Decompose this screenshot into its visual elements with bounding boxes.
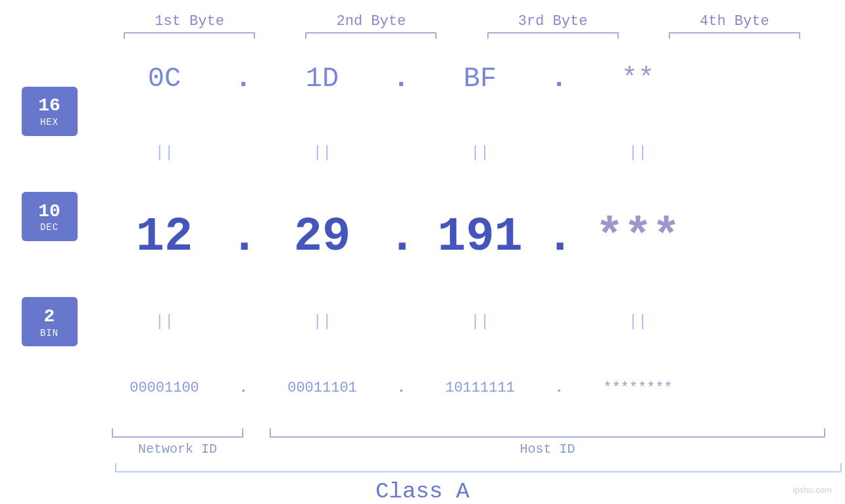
- equals-row-2: || || || ||: [99, 313, 845, 331]
- eq2-b4: ||: [572, 313, 704, 331]
- dot-hex-3: .: [546, 63, 572, 95]
- dec-b2: 29: [256, 210, 388, 264]
- bin-b1: 00001100: [99, 380, 230, 396]
- hex-b1: 0C: [99, 63, 230, 95]
- top-brackets-row: [0, 32, 845, 39]
- bin-row: 00001100 . 00011101 . 10111111 . *******…: [99, 380, 845, 396]
- dec-badge: 10 DEC: [22, 192, 78, 241]
- byte1-label: 1st Byte: [124, 13, 255, 30]
- bracket-byte4: [669, 32, 800, 39]
- dec-row: 12 . 29 . 191 . ***: [99, 210, 845, 264]
- eq2-b2: ||: [256, 313, 388, 331]
- hex-badge-num: 16: [38, 95, 60, 117]
- bracket-byte1: [124, 32, 255, 39]
- dot-hex-1: .: [230, 63, 256, 95]
- hex-b2: 1D: [256, 63, 388, 95]
- dot-bin-3: .: [546, 380, 572, 396]
- bin-b3: 10111111: [414, 380, 546, 396]
- dec-b1: 12: [99, 210, 230, 264]
- bracket-byte2: [305, 32, 437, 39]
- bin-b2: 00011101: [256, 380, 388, 396]
- dot-dec-1: .: [230, 210, 256, 264]
- byte4-label: 4th Byte: [669, 13, 800, 30]
- class-bracket: [115, 463, 842, 472]
- main-container: 1st Byte 2nd Byte 3rd Byte 4th Byte 16 H…: [0, 0, 845, 504]
- host-bracket: [270, 428, 825, 438]
- hex-row: 0C . 1D . BF . **: [99, 63, 845, 95]
- badges-column: 16 HEX 10 DEC 2 BIN: [0, 39, 99, 427]
- bin-badge: 2 BIN: [22, 297, 78, 346]
- dot-bin-1: .: [230, 380, 256, 396]
- dot-dec-2: .: [388, 210, 414, 264]
- watermark: ipshu.com: [793, 485, 832, 495]
- dec-b4: ***: [572, 210, 704, 264]
- network-bracket: [112, 428, 243, 438]
- bracket-byte3: [487, 32, 619, 39]
- bin-badge-label: BIN: [40, 328, 59, 338]
- hex-b4: **: [572, 63, 704, 95]
- eq-b3: ||: [414, 144, 546, 162]
- hex-badge: 16 HEX: [22, 87, 78, 136]
- bin-badge-num: 2: [44, 306, 55, 328]
- byte-labels-row: 1st Byte 2nd Byte 3rd Byte 4th Byte: [0, 13, 845, 30]
- dot-hex-2: .: [388, 63, 414, 95]
- class-label: Class A: [0, 479, 845, 504]
- dot-dec-3: .: [546, 210, 572, 264]
- eq-b1: ||: [99, 144, 230, 162]
- dec-badge-label: DEC: [40, 222, 59, 233]
- eq-b4: ||: [572, 144, 704, 162]
- eq2-b3: ||: [414, 313, 546, 331]
- equals-row: || || || ||: [99, 144, 845, 162]
- hex-b3: BF: [414, 63, 546, 95]
- eq-b2: ||: [256, 144, 388, 162]
- bin-b4: ********: [572, 380, 704, 396]
- host-id-label: Host ID: [270, 442, 825, 457]
- dec-badge-num: 10: [38, 200, 60, 223]
- byte3-label: 3rd Byte: [487, 13, 619, 30]
- byte2-label: 2nd Byte: [305, 13, 437, 30]
- network-id-label: Network ID: [112, 442, 243, 457]
- eq2-b1: ||: [99, 313, 230, 331]
- dec-b3: 191: [414, 210, 546, 264]
- hex-badge-label: HEX: [40, 117, 59, 127]
- dot-bin-2: .: [388, 380, 414, 396]
